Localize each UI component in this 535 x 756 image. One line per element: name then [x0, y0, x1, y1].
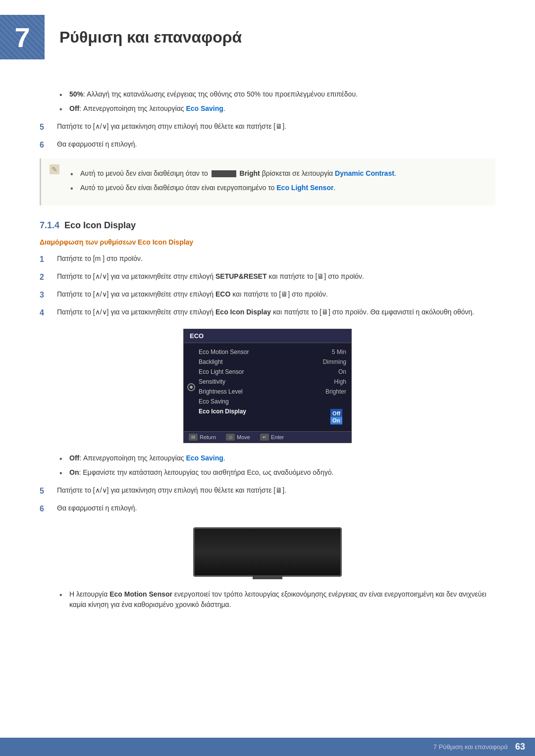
step-5-top: 5 Πατήστε το [∧/∨] για μετακίνηση στην ε… — [40, 121, 495, 133]
dynamic-contrast-label: Dynamic Contrast — [335, 169, 394, 177]
step-2-text: Πατήστε το [∧/∨] για να μετακινηθείτε στ… — [57, 271, 495, 282]
eco-menu-selector — [184, 347, 199, 427]
eco-selector-inner — [190, 386, 193, 389]
step-3: 3 Πατήστε το [∧/∨] για να μετακινηθείτε … — [40, 289, 495, 301]
eco-row-sensitivity: Sensitivity High — [199, 377, 351, 387]
eco-row-light-sensor: Eco Light Sensor On — [199, 367, 351, 377]
step-5-bottom: 5 Πατήστε το [∧/∨] για μετακίνηση στην ε… — [40, 485, 495, 497]
note-item-1: Αυτή το μενού δεν είναι διαθέσιμη όταν τ… — [70, 168, 488, 179]
enter-icon: ↵ — [260, 434, 269, 441]
step-3-number: 3 — [40, 289, 57, 301]
section-title: Eco Icon Display — [64, 220, 136, 230]
chapter-header: 7 Ρύθμιση και επαναφορά — [0, 0, 535, 69]
step-5-bottom-text: Πατήστε το [∧/∨] για μετακίνηση στην επι… — [57, 485, 495, 496]
bottom-off-label: Off — [69, 454, 79, 462]
eco-saving-label: Eco Saving — [186, 104, 223, 112]
eco-menu-items: Eco Motion Sensor 5 Min Backlight Dimmin… — [199, 347, 351, 427]
step-1: 1 Πατήστε το [m ] στο προϊόν. — [40, 253, 495, 265]
step-6-bottom-text: Θα εφαρμοστεί η επιλογή. — [57, 503, 495, 513]
eco-selector-icon — [187, 383, 195, 391]
note-bullet-list: Αυτή το μενού δεν είναι διαθέσιμη όταν τ… — [70, 168, 488, 193]
footer-enter: ↵ Enter — [260, 434, 284, 441]
note-icon: ✎ — [49, 163, 60, 177]
monitor-container — [40, 527, 495, 577]
eco-menu-body: Eco Motion Sensor 5 Min Backlight Dimmin… — [184, 343, 351, 431]
step-5-bottom-number: 5 — [40, 485, 57, 497]
note-item-2: Αυτό το μενού δεν είναι διαθέσιμο όταν ε… — [70, 183, 488, 193]
bold-off-label: Off — [69, 104, 79, 112]
bullet-item-50: 50%: Αλλαγή της κατανάλωσης ενέργειας τη… — [59, 89, 495, 100]
move-icon: ◇ — [226, 434, 235, 441]
eco-motion-sensor-label: Eco Motion Sensor — [109, 590, 172, 598]
bottom-eco-saving-label: Eco Saving — [186, 454, 223, 462]
page-footer: 7 Ρύθμιση και επαναφορά 63 — [0, 738, 535, 756]
step-4: 4 Πατήστε το [∧/∨] για να μετακινηθείτε … — [40, 307, 495, 319]
step-6-text: Θα εφαρμοστεί η επιλογή. — [57, 139, 495, 150]
dropdown-on: On — [330, 417, 342, 424]
bright-label: Bright — [240, 169, 260, 177]
footer-return: III Return — [189, 434, 216, 441]
section-heading: 7.1.4 Eco Icon Display — [40, 220, 495, 231]
eco-row-motion: Eco Motion Sensor 5 Min — [199, 347, 351, 357]
footer-move: ◇ Move — [226, 434, 250, 441]
eco-dropdown: Off On — [330, 409, 342, 425]
eco-row-saving: Eco Saving — [199, 397, 351, 406]
eco-menu-footer: III Return ◇ Move ↵ Enter — [184, 431, 351, 443]
section-number: 7.1.4 — [40, 220, 59, 230]
subsection-heading: Διαμόρφωση των ρυθμίσεων Eco Icon Displa… — [40, 238, 495, 246]
step-4-text: Πατήστε το [∧/∨] για να μετακινηθείτε στ… — [57, 307, 495, 317]
eco-light-sensor-label: Eco Light Sensor — [276, 184, 333, 192]
step-1-number: 1 — [40, 253, 57, 265]
enter-label: Enter — [271, 434, 284, 440]
step-6-bottom-number: 6 — [40, 503, 57, 515]
chapter-number: 7 — [14, 21, 30, 53]
eco-row-backlight: Backlight Dimming — [199, 357, 351, 367]
bold-50: 50% — [69, 90, 83, 98]
intro-bullet-list: 50%: Αλλαγή της κατανάλωσης ενέργειας τη… — [59, 89, 495, 114]
page-container: 7 Ρύθμιση και επαναφορά 50%: Αλλαγή της … — [0, 0, 535, 756]
bottom-bullet-list: Off: Απενεργοποίηση της λειτουργίας Eco … — [59, 453, 495, 478]
eco-menu: ECO Eco Motion Sensor 5 Min Backligh — [183, 329, 352, 443]
main-content: 50%: Αλλαγή της κατανάλωσης ενέργειας τη… — [0, 69, 535, 647]
dropdown-off: Off — [330, 410, 342, 417]
return-icon: III — [189, 434, 198, 441]
step-6-number: 6 — [40, 139, 57, 151]
color-swatch — [212, 170, 236, 177]
eco-label: ECO — [215, 290, 230, 298]
step-6-bottom: 6 Θα εφαρμοστεί η επιλογή. — [40, 503, 495, 515]
setup-reset-label: SETUP&RESET — [215, 272, 267, 280]
bullet-item-off: Off: Απενεργοποίηση της λειτουργίας Eco … — [59, 103, 495, 114]
return-label: Return — [200, 434, 216, 440]
step-5-text: Πατήστε το [∧/∨] για μετακίνηση στην επι… — [57, 121, 495, 132]
move-label: Move — [237, 434, 250, 440]
step-3-text: Πατήστε το [∧/∨] για να μετακινηθείτε στ… — [57, 289, 495, 300]
bottom-on-label: On — [69, 468, 79, 476]
step-6-top: 6 Θα εφαρμοστεί η επιλογή. — [40, 139, 495, 151]
bottom-note-list: Η λειτουργία Eco Motion Sensor ενεργοποι… — [59, 589, 495, 610]
footer-page-number: 63 — [515, 742, 525, 752]
step-2-number: 2 — [40, 271, 57, 283]
step-5-number: 5 — [40, 121, 57, 133]
chapter-number-block: 7 — [0, 15, 45, 59]
footer-chapter-text: 7 Ρύθμιση και επαναφορά — [433, 743, 508, 751]
monitor-screenshot — [193, 527, 342, 577]
note-content: Αυτή το μενού δεν είναι διαθέσιμη όταν τ… — [65, 163, 488, 201]
eco-menu-title: ECO — [184, 329, 351, 343]
chapter-title: Ρύθμιση και επαναφορά — [45, 18, 257, 56]
bottom-note-item: Η λειτουργία Eco Motion Sensor ενεργοποι… — [59, 589, 495, 610]
step-4-number: 4 — [40, 307, 57, 319]
bottom-bullet-on: On: Εμφανίστε την κατάσταση λειτουργίας … — [59, 467, 495, 478]
eco-row-icon-display: Eco Icon Display Off On — [199, 406, 351, 427]
eco-row-brightness: Brightness Level Brighter — [199, 387, 351, 397]
step-1-text: Πατήστε το [m ] στο προϊόν. — [57, 253, 495, 264]
note-box: ✎ Αυτή το μενού δεν είναι διαθέσιμη όταν… — [40, 158, 495, 205]
svg-text:✎: ✎ — [52, 165, 57, 173]
step-2: 2 Πατήστε το [∧/∨] για να μετακινηθείτε … — [40, 271, 495, 283]
eco-menu-container: ECO Eco Motion Sensor 5 Min Backligh — [40, 329, 495, 443]
bottom-bullet-off: Off: Απενεργοποίηση της λειτουργίας Eco … — [59, 453, 495, 463]
eco-icon-display-label: Eco Icon Display — [215, 308, 271, 316]
